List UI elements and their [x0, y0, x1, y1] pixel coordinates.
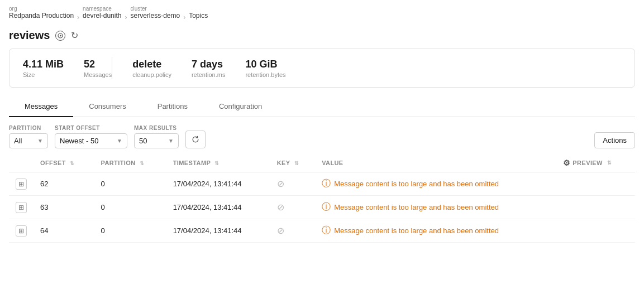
ns-label: namespace: [83, 6, 121, 12]
tab-partitions[interactable]: Partitions: [142, 96, 203, 117]
max-results-label: Max Results: [134, 125, 179, 131]
max-results-filter: Max Results 50 ▼: [134, 125, 179, 148]
max-results-select[interactable]: 50 ▼: [134, 133, 179, 148]
tab-configuration[interactable]: Configuration: [203, 96, 278, 117]
value-content: ⓘ Message content is too large and has b…: [322, 178, 550, 190]
timestamp-sort-icon[interactable]: ⇅: [214, 161, 219, 166]
stat-retention-bytes: 10 GiB retention.bytes: [245, 59, 285, 78]
col-offset: Offset ⇅: [34, 154, 94, 172]
partition-filter: Partition All ▼: [9, 125, 48, 148]
max-results-chevron-icon: ▼: [168, 138, 174, 144]
value-cell: ⓘ Message content is too large and has b…: [315, 219, 556, 243]
retention-ms-value: 7 days: [192, 59, 226, 70]
cleanup-value: delete: [132, 59, 171, 70]
col-timestamp: Timestamp ⇅: [166, 154, 270, 172]
partition-value: All: [14, 137, 35, 145]
table-row: ⊞ 63 0 17/04/2024, 13:41:44 ⊘ ⓘ Message …: [9, 196, 635, 219]
offset-value: Newest - 50: [60, 137, 115, 145]
col-value: Value: [315, 154, 556, 172]
expand-cell: ⊞: [9, 196, 34, 219]
timestamp-cell: 17/04/2024, 13:41:44: [166, 172, 270, 196]
partition-sort-icon[interactable]: ⇅: [140, 161, 144, 166]
breadcrumb: org Redpanda Production › namespace devr…: [0, 0, 644, 25]
value-text: Message content is too large and has bee…: [334, 226, 499, 235]
expand-button[interactable]: ⊞: [16, 178, 27, 190]
svg-marker-1: [60, 35, 62, 37]
col-expand: [9, 154, 34, 172]
play-icon[interactable]: [55, 31, 65, 41]
expand-cell: ⊞: [9, 172, 34, 196]
sep3: ›: [183, 13, 185, 21]
partition-chevron-icon: ▼: [37, 138, 43, 144]
messages-value: 52: [84, 59, 112, 70]
size-value: 4.11 MiB: [23, 59, 64, 70]
org-value[interactable]: Redpanda Production: [9, 12, 74, 20]
timestamp-cell: 17/04/2024, 13:41:44: [166, 219, 270, 243]
col-preview: ⚙ Preview ⇅: [556, 154, 635, 172]
actions-button[interactable]: Actions: [594, 132, 635, 148]
offset-chevron-icon: ▼: [117, 138, 122, 144]
page-title-row: reviews ↻: [0, 25, 644, 49]
stat-divider: [112, 57, 112, 79]
offset-filter: Start Offset Newest - 50 ▼: [55, 125, 127, 148]
page: org Redpanda Production › namespace devr…: [0, 0, 644, 304]
partition-select[interactable]: All ▼: [9, 133, 48, 148]
value-cell: ⓘ Message content is too large and has b…: [315, 172, 556, 196]
retention-ms-label: retention.ms: [192, 71, 226, 78]
stat-size: 4.11 MiB Size: [23, 59, 64, 78]
null-icon: ⊘: [277, 226, 284, 235]
value-text: Message content is too large and has bee…: [334, 203, 499, 211]
filters-row: Partition All ▼ Start Offset Newest - 50…: [0, 117, 644, 154]
offset-cell: 62: [34, 172, 94, 196]
preview-gear-icon[interactable]: ⚙: [563, 158, 570, 167]
sep2: ›: [125, 13, 127, 21]
null-icon: ⊘: [277, 179, 284, 189]
sep1: ›: [77, 13, 79, 21]
offset-cell: 63: [34, 196, 94, 219]
page-title: reviews: [9, 29, 50, 42]
offset-label: Start Offset: [55, 125, 127, 131]
messages-label: Messages: [84, 71, 112, 78]
value-cell: ⓘ Message content is too large and has b…: [315, 196, 556, 219]
partition-cell: 0: [94, 219, 166, 243]
stat-retention-ms: 7 days retention.ms: [192, 59, 226, 78]
expand-button[interactable]: ⊞: [16, 202, 27, 213]
offset-sort-icon[interactable]: ⇅: [70, 161, 74, 166]
tabs-bar: Messages Consumers Partitions Configurat…: [9, 96, 635, 117]
refresh-button[interactable]: [185, 131, 206, 148]
cluster-value[interactable]: serverless-demo: [130, 12, 180, 20]
offset-cell: 64: [34, 219, 94, 243]
messages-table: Offset ⇅ Partition ⇅ Timestamp ⇅ Key ⇅: [9, 154, 635, 243]
expand-button[interactable]: ⊞: [16, 225, 27, 237]
preview-cell: [556, 219, 635, 243]
ns-value[interactable]: devrel-dunith: [83, 12, 121, 20]
refresh-icon[interactable]: ↻: [71, 30, 78, 41]
key-sort-icon[interactable]: ⇅: [294, 161, 299, 166]
partition-cell: 0: [94, 172, 166, 196]
org-label: org: [9, 6, 74, 12]
table-row: ⊞ 64 0 17/04/2024, 13:41:44 ⊘ ⓘ Message …: [9, 219, 635, 243]
tab-messages[interactable]: Messages: [9, 96, 73, 117]
cluster-label: cluster: [130, 6, 180, 12]
max-results-value: 50: [139, 137, 166, 145]
stat-messages: 52 Messages: [84, 59, 112, 78]
timestamp-cell: 17/04/2024, 13:41:44: [166, 196, 270, 219]
tab-consumers[interactable]: Consumers: [73, 96, 141, 117]
cleanup-label: cleanup.policy: [132, 71, 171, 78]
preview-cell: [556, 172, 635, 196]
null-icon: ⊘: [277, 202, 284, 212]
warning-icon: ⓘ: [322, 178, 331, 190]
expand-cell: ⊞: [9, 219, 34, 243]
table-row: ⊞ 62 0 17/04/2024, 13:41:44 ⊘ ⓘ Message …: [9, 172, 635, 196]
size-label: Size: [23, 71, 64, 78]
key-cell: ⊘: [270, 172, 315, 196]
topics-link[interactable]: Topics: [189, 12, 208, 20]
value-content: ⓘ Message content is too large and has b…: [322, 201, 550, 213]
retention-bytes-label: retention.bytes: [245, 71, 285, 78]
preview-sort-icon[interactable]: ⇅: [607, 160, 612, 166]
key-cell: ⊘: [270, 196, 315, 219]
preview-header: ⚙ Preview ⇅: [563, 158, 628, 167]
retention-bytes-value: 10 GiB: [245, 59, 285, 70]
offset-select[interactable]: Newest - 50 ▼: [55, 133, 127, 148]
preview-cell: [556, 196, 635, 219]
